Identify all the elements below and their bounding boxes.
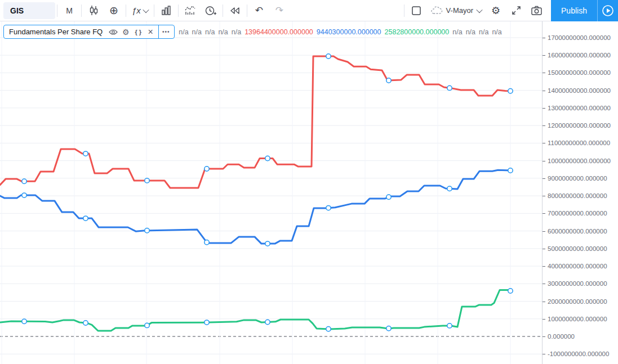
- gear-icon: ⚙: [491, 5, 500, 17]
- green-line-marker[interactable]: [83, 321, 88, 325]
- cloud-save-icon: [430, 6, 444, 16]
- study-value: n/a: [492, 28, 501, 36]
- symbol-label: GIS: [10, 6, 24, 15]
- blue-line-marker[interactable]: [386, 195, 391, 199]
- green-line-marker[interactable]: [386, 326, 391, 331]
- study-value: 13964400000.000000: [244, 28, 313, 36]
- study-value: n/a: [205, 28, 215, 36]
- fullscreen-expand-icon: [511, 5, 522, 16]
- chart-type-button[interactable]: [84, 2, 103, 19]
- red-line-marker[interactable]: [145, 178, 149, 183]
- price-axis-label: 2000000000.000000: [548, 298, 607, 305]
- price-axis-label: -1000000000.000000: [548, 350, 609, 357]
- compare-button[interactable]: ⊕: [104, 2, 123, 19]
- interval-button[interactable]: M: [60, 2, 79, 19]
- separator: [126, 5, 126, 17]
- chart-settings-button[interactable]: ⚙: [486, 2, 505, 19]
- blue-line-marker[interactable]: [83, 216, 88, 221]
- save-layout-button[interactable]: V-Mayor: [427, 2, 485, 19]
- fx-icon: ƒx: [132, 6, 141, 15]
- blue-line-marker[interactable]: [326, 205, 331, 210]
- forecast-button[interactable]: [181, 2, 200, 19]
- separator: [81, 5, 82, 17]
- indicator-templates-button[interactable]: [157, 2, 176, 19]
- blue-line-marker[interactable]: [145, 228, 149, 233]
- price-axis-label: 1000000000.000000: [548, 316, 607, 322]
- axis-tick: [543, 354, 545, 354]
- layout-select-button[interactable]: [407, 2, 426, 19]
- alert-clock-add-icon: [204, 5, 217, 16]
- bar-replay-button[interactable]: [225, 2, 244, 19]
- red-line-marker[interactable]: [508, 89, 513, 93]
- study-settings-gear-icon[interactable]: ⚙: [119, 26, 132, 38]
- price-axis-label: 11000000000.000000: [548, 140, 610, 146]
- study-value: n/a: [179, 28, 188, 36]
- price-axis-label: 3000000000.000000: [548, 280, 607, 287]
- green-line-marker[interactable]: [326, 327, 331, 331]
- red-line-marker[interactable]: [265, 156, 270, 160]
- red-line-marker[interactable]: [83, 151, 88, 156]
- symbol-search-button[interactable]: GIS: [3, 2, 55, 19]
- more-options-icon[interactable]: •••: [158, 25, 173, 39]
- red-line-marker[interactable]: [386, 78, 391, 83]
- axis-tick: [543, 196, 545, 196]
- green-line-marker[interactable]: [508, 289, 513, 293]
- layout-name-label: V-Mayor: [446, 6, 473, 15]
- study-value: n/a: [218, 28, 228, 36]
- axis-tick: [543, 284, 545, 284]
- axis-tick: [543, 38, 545, 38]
- price-axis-label: 14000000000.000000: [548, 87, 611, 94]
- eye-icon[interactable]: [107, 26, 119, 38]
- axis-tick: [543, 125, 545, 126]
- axis-tick: [543, 336, 545, 337]
- price-axis-label: 17000000000.000000: [548, 34, 611, 41]
- snapshot-button[interactable]: [527, 2, 546, 19]
- chart-canvas[interactable]: [0, 21, 618, 364]
- axis-tick: [543, 231, 545, 232]
- study-value: n/a: [466, 28, 475, 36]
- close-icon[interactable]: ×: [144, 26, 157, 38]
- redo-icon: ↷: [275, 5, 283, 16]
- undo-button[interactable]: ↶: [250, 2, 269, 19]
- publish-button[interactable]: Publish: [551, 0, 597, 21]
- study-legend-box[interactable]: Fundamentals Per Share FQ ⚙ { } × •••: [3, 25, 175, 39]
- axis-tick: [543, 266, 545, 267]
- axis-tick: [543, 143, 545, 143]
- redo-button[interactable]: ↷: [270, 2, 289, 19]
- green-line-marker[interactable]: [145, 323, 149, 327]
- blue-line[interactable]: [0, 170, 511, 244]
- axis-tick: [543, 91, 545, 91]
- red-line-marker[interactable]: [204, 167, 209, 171]
- top-toolbar: GIS M ⊕ ƒx: [0, 0, 618, 21]
- blue-line-marker[interactable]: [508, 168, 513, 173]
- rewind-icon: [229, 6, 241, 16]
- green-line-marker[interactable]: [265, 320, 270, 324]
- red-line-marker[interactable]: [22, 179, 26, 183]
- separator: [223, 5, 223, 17]
- price-axis-label: 15000000000.000000: [548, 69, 611, 76]
- alert-button[interactable]: [201, 2, 220, 19]
- publish-play-button[interactable]: [597, 0, 618, 21]
- blue-line-marker[interactable]: [265, 241, 270, 246]
- blue-line-marker[interactable]: [204, 240, 209, 245]
- candlestick-icon: [88, 5, 99, 16]
- green-line-marker[interactable]: [447, 323, 452, 328]
- fullscreen-button[interactable]: [506, 2, 526, 19]
- red-line-marker[interactable]: [447, 86, 452, 90]
- green-line[interactable]: [0, 290, 511, 331]
- indicators-button[interactable]: ƒx: [128, 2, 152, 19]
- axis-tick: [543, 55, 545, 56]
- source-code-icon[interactable]: { }: [132, 26, 144, 38]
- study-value: n/a: [232, 28, 241, 36]
- red-line-marker[interactable]: [326, 54, 331, 59]
- series-markers: [22, 54, 513, 331]
- blue-line-marker[interactable]: [22, 193, 26, 197]
- publish-label: Publish: [561, 6, 587, 15]
- green-line-marker[interactable]: [204, 320, 209, 325]
- green-line-marker[interactable]: [22, 319, 26, 323]
- blue-line-marker[interactable]: [447, 186, 452, 191]
- red-line[interactable]: [0, 56, 511, 188]
- study-value: n/a: [192, 28, 202, 36]
- price-axis[interactable]: 17000000000.00000016000000000.0000001500…: [542, 21, 618, 364]
- toolbar-left-group: GIS M ⊕ ƒx: [0, 0, 290, 21]
